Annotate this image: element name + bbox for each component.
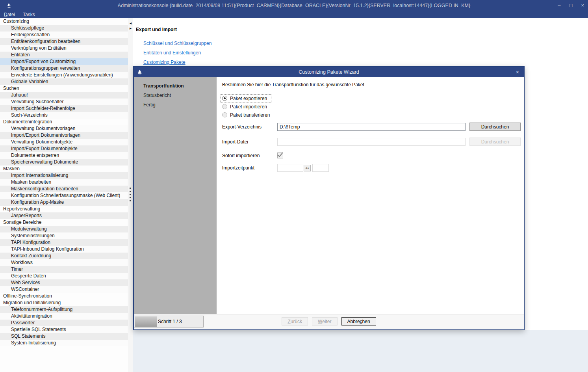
window-title: Administrationskonsole {build.date=2014/… [0, 3, 588, 8]
sidebar-item[interactable]: Systemeinstellungen [0, 232, 128, 239]
sidebar-section-header[interactable]: Migration und Initialisierung [0, 299, 128, 306]
sidebar-item[interactable]: Verwaltung Dokumentvorlagen [0, 125, 128, 132]
sidebar-item[interactable]: Passwörter [0, 320, 128, 326]
expand-right-icon[interactable]: ▸ [129, 26, 132, 31]
sidebar-section-header[interactable]: Masken [0, 166, 128, 172]
sidebar-item[interactable]: Masken bearbeiten [0, 179, 128, 186]
radio-icon [222, 112, 227, 117]
radio-label: Paket exportieren [230, 96, 267, 101]
import-file-row: Import-Datei Durchsuchen [222, 138, 524, 146]
content-link[interactable]: Entitäten und Einstellungen [143, 48, 201, 58]
sidebar-item[interactable]: Import Internationalisierung [0, 172, 128, 179]
sidebar-section-header[interactable]: Dokumentenintegration [0, 119, 128, 125]
collapse-left-icon[interactable]: ◂ [129, 20, 132, 26]
back-button: Zurück [282, 317, 308, 326]
sidebar-item[interactable]: SQL Statements [0, 333, 128, 340]
sidebar-item[interactable]: Erweiterte Einstellungen (Anwendungsvari… [0, 72, 128, 78]
sidebar-item[interactable]: Feldeigenschaften [0, 32, 128, 38]
import-date-input [277, 164, 303, 172]
sidebar-item[interactable]: Modulverwaltung [0, 226, 128, 232]
splitter[interactable]: ◂▸ [128, 18, 133, 372]
window-controls: – □ × [558, 0, 584, 11]
sidebar-item[interactable]: Workflows [0, 259, 128, 266]
radio-label: Paket importieren [230, 104, 267, 110]
transport-radio-option[interactable]: Paket importieren [222, 102, 267, 111]
sidebar-section-header[interactable]: Reportverwaltung [0, 206, 128, 212]
sidebar-item[interactable]: Juhuuu! [0, 92, 128, 99]
close-icon[interactable]: × [581, 0, 584, 11]
sidebar-item[interactable]: JasperReports [0, 212, 128, 219]
sidebar-item[interactable]: TAPI Konfiguration [0, 239, 128, 246]
sidebar-item[interactable]: TAPI-Inbound Dialog Konfiguration [0, 246, 128, 253]
splitter-grip-icon[interactable] [130, 188, 131, 201]
menu-item[interactable]: Tasks [23, 12, 35, 17]
transport-radio-option[interactable]: Paket exportieren [221, 94, 271, 102]
dialog-close-icon[interactable]: × [516, 67, 519, 77]
sidebar: CustomizingSchlüsselpflegeFeldeigenschaf… [0, 18, 128, 372]
wizard-description: Bestimmen Sie hier die Transportfunktion… [222, 82, 524, 87]
sidebar-section-header[interactable]: Suchen [0, 85, 128, 92]
import-now-row: Sofort importieren [222, 153, 524, 158]
dialog-title: Customizing Pakete Wizard [134, 69, 524, 75]
wizard-steps-panel: TransportfunktionStatusberichtFertig [134, 77, 217, 314]
sidebar-item[interactable]: Web Services [0, 279, 128, 286]
sidebar-item[interactable]: Speicherverwaltung Dokumente [0, 159, 128, 166]
sidebar-section-header[interactable]: Sonstige Bereiche [0, 219, 128, 226]
import-time-row: Importzeitpunkt 31 [222, 164, 524, 172]
content-link[interactable]: Schlüssel und Schlüsselgruppen [143, 39, 211, 48]
content-links: Schlüssel und SchlüsselgruppenEntitäten … [143, 39, 588, 67]
cancel-button[interactable]: Abbrechen [341, 317, 376, 326]
titlebar: Administrationskonsole {build.date=2014/… [0, 0, 588, 11]
sidebar-item[interactable]: Import Suchfelder-Reihenfolge [0, 105, 128, 112]
splitter-chevrons[interactable]: ◂▸ [129, 20, 132, 31]
sidebar-item[interactable]: Telefonnummern-Aufsplittung [0, 306, 128, 313]
transport-radio-option[interactable]: Paket transferieren [222, 111, 270, 119]
sidebar-item[interactable]: Entitäten [0, 52, 128, 58]
menubar: DateiTasks [0, 11, 588, 18]
sidebar-item[interactable]: Globale Variablen [0, 78, 128, 85]
sidebar-item[interactable]: Dokumente entsperren [0, 152, 128, 159]
wizard-form: Export-Verzeichnis Durchsuchen Import-Da… [222, 123, 524, 172]
export-dir-row: Export-Verzeichnis Durchsuchen [222, 123, 524, 131]
content-link[interactable]: Customizing Pakete [143, 58, 185, 67]
sidebar-item[interactable]: Import/Export von Customizing [0, 58, 128, 65]
import-file-input [277, 138, 466, 146]
import-file-label: Import-Datei [222, 139, 277, 145]
page-title: Export und Import [136, 27, 588, 32]
sidebar-item[interactable]: Gesperrte Daten [0, 273, 128, 279]
sidebar-item[interactable]: Verwaltung Dokumentobjekte [0, 139, 128, 145]
wizard-dialog: Customizing Pakete Wizard × Transportfun… [133, 66, 525, 330]
sidebar-item[interactable]: Konfiguration App-Maske [0, 199, 128, 206]
sidebar-item[interactable]: Maskenkonfiguration bearbeiten [0, 186, 128, 192]
menu-item[interactable]: Datei [4, 12, 15, 17]
sidebar-item[interactable]: Verwaltung Suchbehälter [0, 99, 128, 105]
sidebar-item[interactable]: Entitätenkonfiguration bearbeiten [0, 38, 128, 45]
sidebar-section-header[interactable]: Customizing [0, 18, 128, 25]
sidebar-item[interactable]: Import/Export Dokumentobjekte [0, 145, 128, 152]
export-dir-label: Export-Verzeichnis [222, 124, 277, 130]
sidebar-item[interactable]: System-Initialisierung [0, 340, 128, 346]
sidebar-item[interactable]: Aktivitätenmigration [0, 313, 128, 320]
wizard-step: Transportfunktion [134, 81, 217, 91]
wizard-step: Statusbericht [134, 91, 217, 100]
sidebar-item[interactable]: Konfiguration Schnellerfassungsmaske (We… [0, 192, 128, 199]
sidebar-item[interactable]: Timer [0, 266, 128, 273]
sidebar-item[interactable]: Spezielle SQL Statements [0, 326, 128, 333]
sidebar-item[interactable]: Schlüsselpflege [0, 25, 128, 32]
sidebar-item[interactable]: Such-Verzeichnis [0, 112, 128, 119]
sidebar-item[interactable]: Verknüpfung von Entitäten [0, 45, 128, 52]
sidebar-item[interactable]: WSContainer [0, 286, 128, 293]
sidebar-item[interactable]: Kontakt Zuordnung [0, 253, 128, 259]
export-dir-browse-button[interactable]: Durchsuchen [469, 123, 521, 131]
sidebar-item[interactable]: Konfigurationsgruppen verwalten [0, 65, 128, 72]
sidebar-item[interactable]: Import/Export Dokumentvorlagen [0, 132, 128, 139]
wizard-footer: Schritt 1 / 3 ZurückWeiterAbbrechen [134, 314, 524, 329]
maximize-icon[interactable]: □ [569, 0, 573, 11]
import-hour-input [312, 164, 329, 172]
export-dir-input[interactable] [277, 123, 466, 131]
minimize-icon[interactable]: – [558, 0, 560, 11]
import-now-label: Sofort importieren [222, 153, 277, 158]
sidebar-section-header[interactable]: Offline-Synchronisation [0, 293, 128, 299]
import-now-checkbox[interactable] [277, 153, 283, 158]
wizard-content: Bestimmen Sie hier die Transportfunktion… [217, 77, 524, 314]
